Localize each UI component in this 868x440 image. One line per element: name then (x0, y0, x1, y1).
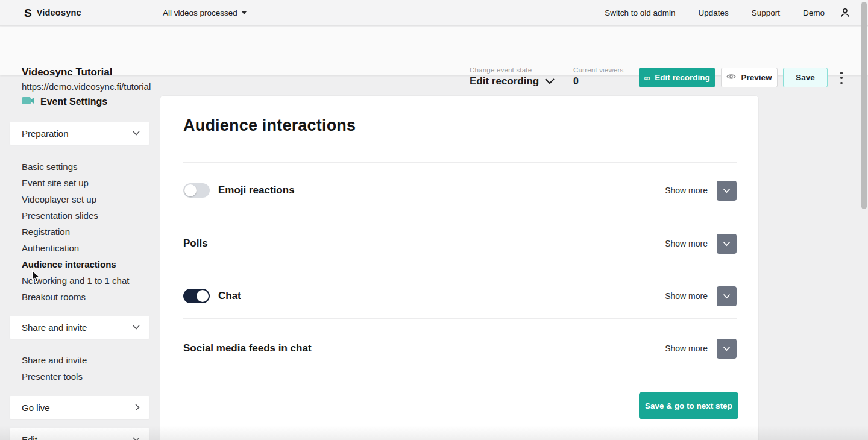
top-navigation-bar: S Videosync All videos processed Switch … (0, 0, 868, 26)
chat-toggle[interactable] (183, 289, 210, 303)
top-links: Switch to old admin Updates Support Demo (605, 8, 825, 17)
edit-recording-button[interactable]: ∞ Edit recording (639, 68, 715, 87)
chevron-right-icon (135, 404, 140, 411)
sidebar-item-basic-settings[interactable]: Basic settings (22, 159, 149, 175)
logo-icon: S (24, 7, 32, 19)
sidebar-item-registration[interactable]: Registration (22, 224, 149, 240)
updates-link[interactable]: Updates (698, 8, 728, 17)
logo-label: Videosync (37, 8, 81, 17)
setting-row-emoji-reactions: Emoji reactions Show more (183, 180, 737, 201)
record-icon: ∞ (644, 74, 650, 82)
sidebar-item-share-and-invite[interactable]: Share and invite (22, 352, 149, 368)
divider (183, 162, 737, 163)
vertical-scrollbar[interactable] (861, 2, 867, 209)
sidebar-section-go-live[interactable]: Go live (10, 396, 149, 419)
event-header: Videosync Tutorial https://demo.videosyn… (0, 27, 868, 75)
social-media-feeds-expand-button[interactable] (717, 339, 737, 359)
audience-interactions-panel: Audience interactions Emoji reactions Sh… (160, 95, 759, 440)
sidebar-item-videoplayer-set-up[interactable]: Videoplayer set up (22, 191, 149, 207)
emoji-reactions-show-more[interactable]: Show more (665, 186, 708, 195)
share-and-invite-items: Share and invite Presenter tools (22, 352, 149, 385)
setting-row-chat: Chat Show more (183, 286, 737, 306)
emoji-reactions-toggle[interactable] (183, 183, 210, 198)
current-viewers-count: 0 (573, 76, 579, 87)
current-viewers-label: Current viewers (573, 66, 624, 74)
event-state-dropdown[interactable]: Edit recording (470, 75, 555, 87)
preview-button[interactable]: Preview (721, 68, 778, 87)
event-settings-heading-label: Event Settings (40, 96, 107, 107)
demo-link[interactable]: Demo (803, 8, 825, 17)
divider (183, 213, 737, 213)
share-and-invite-label: Share and invite (22, 322, 87, 333)
sidebar-item-presenter-tools[interactable]: Presenter tools (22, 368, 149, 385)
divider (183, 266, 737, 266)
more-options-kebab-icon[interactable] (839, 71, 844, 84)
videos-processed-dropdown[interactable]: All videos processed (163, 8, 247, 17)
chevron-down-icon (545, 78, 555, 84)
emoji-reactions-label: Emoji reactions (218, 184, 295, 196)
user-account-icon[interactable] (839, 7, 851, 19)
preview-button-label: Preview (741, 73, 772, 82)
change-event-state-label: Change event state (470, 66, 532, 74)
polls-label: Polls (183, 237, 208, 250)
save-and-next-step-button[interactable]: Save & go to next step (639, 392, 738, 419)
caret-down-icon (242, 11, 247, 14)
page-title: Audience interactions (183, 116, 356, 135)
chat-show-more[interactable]: Show more (665, 291, 708, 301)
social-media-feeds-show-more[interactable]: Show more (665, 344, 708, 353)
chevron-down-icon (133, 325, 140, 330)
chat-expand-button[interactable] (717, 286, 737, 306)
go-live-label: Go live (22, 403, 50, 413)
sidebar-item-presentation-slides[interactable]: Presentation slides (22, 207, 149, 224)
setting-row-social-media-feeds: Social media feeds in chat Show more (183, 338, 737, 359)
sidebar-section-preparation[interactable]: Preparation (10, 122, 149, 145)
event-title: Videosync Tutorial (22, 66, 113, 78)
eye-icon (726, 73, 736, 82)
chevron-down-icon (133, 131, 140, 136)
sidebar-item-networking-1to1-chat[interactable]: Networking and 1 to 1 chat (22, 272, 149, 289)
sidebar-item-event-site-set-up[interactable]: Event site set up (22, 175, 149, 191)
polls-show-more[interactable]: Show more (665, 239, 708, 248)
chevron-down-icon (133, 437, 140, 440)
chat-label: Chat (218, 290, 241, 302)
sidebar-item-authentication[interactable]: Authentication (22, 240, 149, 256)
sidebar-section-share-and-invite[interactable]: Share and invite (10, 316, 149, 339)
event-state-value: Edit recording (470, 75, 539, 87)
support-link[interactable]: Support (752, 8, 780, 17)
videos-processed-label: All videos processed (163, 8, 237, 17)
event-url[interactable]: https://demo.videosync.fi/tutorial (22, 81, 151, 92)
event-settings-heading: Event Settings (22, 96, 107, 107)
divider (183, 318, 737, 319)
emoji-reactions-expand-button[interactable] (717, 181, 737, 201)
save-button-label: Save (796, 73, 815, 82)
sidebar-item-breakout-rooms[interactable]: Breakout rooms (22, 289, 149, 305)
save-button[interactable]: Save (783, 68, 828, 87)
sidebar-item-audience-interactions[interactable]: Audience interactions (22, 256, 149, 272)
social-media-feeds-label: Social media feeds in chat (183, 342, 312, 354)
polls-expand-button[interactable] (717, 234, 737, 254)
video-camera-icon (22, 96, 35, 107)
preparation-label: Preparation (22, 128, 69, 139)
setting-row-polls: Polls Show more (183, 233, 737, 254)
preparation-items: Basic settings Event site set up Videopl… (22, 159, 149, 305)
sidebar-section-edit[interactable]: Edit (10, 428, 149, 440)
edit-label: Edit (22, 435, 37, 440)
switch-to-old-admin-link[interactable]: Switch to old admin (605, 8, 675, 17)
edit-recording-button-label: Edit recording (655, 73, 710, 82)
videosync-logo[interactable]: S Videosync (24, 7, 81, 19)
